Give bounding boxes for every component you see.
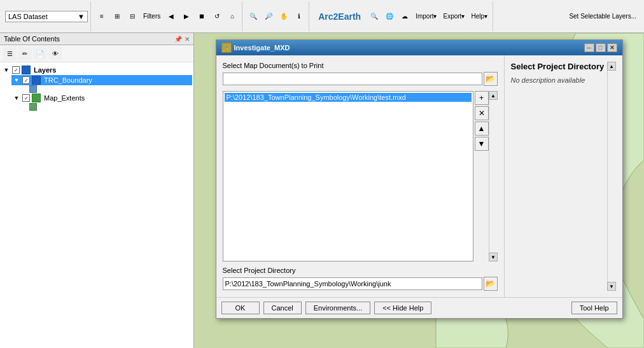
toc-header: Table Of Contents 📌 ✕ xyxy=(0,33,193,45)
toc-header-controls: 📌 ✕ xyxy=(174,36,190,43)
trc-layer-icon xyxy=(32,76,41,85)
scroll-down-btn[interactable]: ▼ xyxy=(489,253,498,261)
mxd-listbox[interactable]: P:\2012\183_TownPlanning_Symbology\Worki… xyxy=(223,91,473,261)
dialog-title-text: Investigate_MXD xyxy=(234,44,290,52)
mxd-text-input[interactable] xyxy=(223,73,482,85)
toc-list-icon[interactable]: ☰ xyxy=(3,46,17,60)
layers-checkbox[interactable] xyxy=(12,66,20,74)
mxd-remove-btn[interactable]: ✕ xyxy=(475,106,489,120)
environments-button[interactable]: Environments... xyxy=(305,302,370,314)
tool-help-button[interactable]: Tool Help xyxy=(571,302,617,314)
toc-source-icon[interactable]: 📄 xyxy=(33,46,47,60)
dialog-titlebar-controls: ─ □ ✕ xyxy=(584,43,617,52)
select-project-section: Select Project Directory 📂 xyxy=(223,267,498,291)
dialog-maximize-btn[interactable]: □ xyxy=(596,43,606,52)
toc-pin-icon[interactable]: 📌 xyxy=(174,36,182,43)
mxd-move-down-btn[interactable]: ▼ xyxy=(475,137,489,151)
arc2earth-icon-2[interactable]: 🌐 xyxy=(382,10,396,24)
map-extents-item[interactable]: ▼ Map_Extents xyxy=(11,93,192,103)
nav-forward-icon[interactable]: ▶ xyxy=(179,10,193,24)
dialog-titlebar: 🔧 Investigate_MXD ─ □ ✕ xyxy=(216,40,622,55)
toc-panel: Table Of Contents 📌 ✕ ☰ ✏ 📄 👁 ▼ Layers xyxy=(0,33,194,348)
hide-help-button[interactable]: << Hide Help xyxy=(374,302,431,314)
right-panel-desc: No description available xyxy=(511,76,607,84)
layers-expand-icon[interactable]: ▼ xyxy=(3,66,10,74)
map-extents-layer-icon xyxy=(32,94,41,102)
dialog-minimize-btn[interactable]: ─ xyxy=(584,43,594,52)
right-scrollbar: ▲ ▼ xyxy=(607,62,616,291)
right-scroll-up-btn[interactable]: ▲ xyxy=(607,62,616,71)
layers-root-item[interactable]: ▼ Layers xyxy=(1,65,192,75)
ok-button[interactable]: OK xyxy=(221,302,260,314)
arc2earth-icon-3[interactable]: ☁ xyxy=(398,10,412,24)
arc2earth-search-icon[interactable]: 🔍 xyxy=(367,10,381,24)
toolbar-btn-1[interactable]: ≡ xyxy=(95,10,109,24)
map-area: 🔧 Investigate_MXD ─ □ ✕ Sel xyxy=(194,33,644,348)
pan-icon[interactable]: ✋ xyxy=(277,10,291,24)
arc2earth-logo: Arc2Earth xyxy=(313,11,366,22)
layers-label: Layers xyxy=(34,66,56,74)
mxd-side-buttons: + ✕ ▲ ▼ xyxy=(475,91,489,261)
dataset-section: LAS Dataset ▼ xyxy=(3,1,91,31)
project-path-input[interactable] xyxy=(223,277,482,290)
export-btn[interactable]: Export▾ xyxy=(441,13,468,20)
import-btn[interactable]: Import▾ xyxy=(413,13,439,20)
toc-visibility-icon[interactable]: 👁 xyxy=(48,46,62,60)
arc2earth-section: Arc2Earth 🔍 🌐 ☁ Import▾ Export▾ Help▾ xyxy=(311,1,493,31)
dropdown-arrow-icon: ▼ xyxy=(78,13,85,20)
trc-color-box xyxy=(29,85,37,93)
mxd-add-btn[interactable]: + xyxy=(475,91,489,105)
dialog-footer: OK Cancel Environments... << Hide Help T… xyxy=(216,297,622,318)
select-map-label: Select Map Document(s) to Print xyxy=(223,62,498,69)
nav-refresh-icon[interactable]: ↺ xyxy=(210,10,224,24)
right-scroll-down-btn[interactable]: ▼ xyxy=(607,282,616,291)
nav-toolbar: ≡ ⊞ ⊟ Filters ◀ ▶ ⏹ ↺ ⌂ xyxy=(92,1,242,31)
toolbar-btn-2[interactable]: ⊞ xyxy=(110,10,124,24)
trc-checkbox[interactable] xyxy=(22,76,30,84)
toolbar-btn-3[interactable]: ⊟ xyxy=(125,10,139,24)
map-tools: 🔍 🔎 ✋ ℹ xyxy=(244,1,309,31)
dialog-left-panel: Select Map Document(s) to Print 📂 P:\201… xyxy=(216,55,505,297)
mxd-move-up-btn[interactable]: ▲ xyxy=(475,122,489,136)
listbox-scrollbar: ▲ ▼ xyxy=(489,91,498,261)
nav-home-icon[interactable]: ⌂ xyxy=(225,10,239,24)
top-toolbar: LAS Dataset ▼ ≡ ⊞ ⊟ Filters ◀ ▶ ⏹ ↺ ⌂ 🔍 … xyxy=(0,0,644,33)
mxd-listbox-item-1[interactable]: P:\2012\183_TownPlanning_Symbology\Worki… xyxy=(225,93,472,102)
toc-draw-icon[interactable]: ✏ xyxy=(18,46,32,60)
investigate-mxd-dialog: 🔧 Investigate_MXD ─ □ ✕ Sel xyxy=(216,39,623,319)
project-browse-btn[interactable]: 📂 xyxy=(484,277,498,291)
dialog-title-icon: 🔧 xyxy=(221,43,232,53)
mxd-browse-btn[interactable]: 📂 xyxy=(484,72,498,86)
scroll-up-btn[interactable]: ▲ xyxy=(489,91,498,100)
cancel-button[interactable]: Cancel xyxy=(263,302,302,314)
nav-back-icon[interactable]: ◀ xyxy=(164,10,178,24)
help-btn[interactable]: Help▾ xyxy=(468,13,490,20)
filters-btn[interactable]: Filters xyxy=(141,13,163,20)
mxd-listbox-section: P:\2012\183_TownPlanning_Symbology\Worki… xyxy=(223,91,498,261)
right-content: Select Project Directory No description … xyxy=(511,62,616,291)
dataset-label: LAS Dataset xyxy=(8,13,48,20)
identify-icon[interactable]: ℹ xyxy=(292,10,306,24)
map-extents-group: ▼ Map_Extents xyxy=(11,93,192,111)
select-map-section: Select Map Document(s) to Print 📂 xyxy=(223,62,498,86)
set-selectable-label: Set Selectable Layers... xyxy=(494,13,641,20)
map-extents-label: Map_Extents xyxy=(44,94,85,102)
trc-expand-icon[interactable]: ▼ xyxy=(13,76,20,84)
trc-boundary-item[interactable]: ▼ TRC_Boundary xyxy=(11,75,192,85)
dataset-dropdown[interactable]: LAS Dataset ▼ xyxy=(5,11,88,22)
toc-close-icon[interactable]: ✕ xyxy=(185,36,190,43)
nav-stop-icon[interactable]: ⏹ xyxy=(195,10,209,24)
map-extents-legend xyxy=(29,103,192,111)
map-extents-expand-icon[interactable]: ▼ xyxy=(13,94,20,102)
zoom-in-icon[interactable]: 🔍 xyxy=(246,10,260,24)
right-panel-title: Select Project Directory xyxy=(511,62,607,73)
dialog-close-btn[interactable]: ✕ xyxy=(607,43,617,52)
trc-boundary-label: TRC_Boundary xyxy=(44,76,92,84)
project-input-row: 📂 xyxy=(223,277,498,291)
layers-folder-icon xyxy=(22,66,31,74)
zoom-out-icon[interactable]: 🔎 xyxy=(262,10,276,24)
map-extents-checkbox[interactable] xyxy=(22,94,30,102)
select-project-label: Select Project Directory xyxy=(223,267,498,274)
map-extents-color-box xyxy=(29,103,37,111)
dialog-body: Select Map Document(s) to Print 📂 P:\201… xyxy=(216,55,622,297)
